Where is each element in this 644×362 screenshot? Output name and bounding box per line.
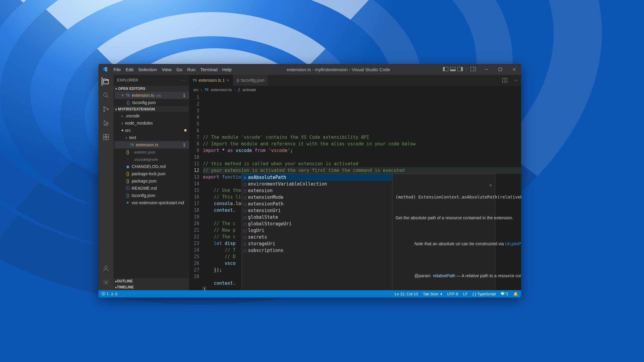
menu-view[interactable]: View bbox=[159, 67, 174, 72]
suggest-item[interactable]: ⬚secrets bbox=[242, 234, 392, 240]
tab-label: extension.ts 1 bbox=[199, 78, 225, 83]
suggest-item[interactable]: ◇asAbsolutePath bbox=[242, 174, 392, 181]
extensions-icon[interactable] bbox=[102, 133, 110, 141]
file-item[interactable]: ·.vscodeignore bbox=[115, 156, 189, 163]
menu-file[interactable]: File bbox=[111, 67, 123, 72]
close-icon[interactable]: × bbox=[226, 78, 229, 83]
toggle-primary-sidebar-icon[interactable] bbox=[443, 67, 448, 71]
section-project[interactable]: MYFIRSTEXTENSION bbox=[114, 106, 189, 112]
code-line[interactable]: import * as vscode from 'vscode'; bbox=[203, 147, 521, 154]
suggest-item[interactable]: ⬚storageUri bbox=[242, 240, 392, 247]
breadcrumb-symbol[interactable]: activate bbox=[242, 87, 256, 92]
file-type-icon: {} bbox=[125, 179, 130, 183]
chevron-right-icon: › bbox=[121, 121, 125, 125]
suggest-item[interactable]: ⬚extensionPath bbox=[242, 201, 392, 207]
source-control-icon[interactable] bbox=[102, 105, 110, 113]
section-timeline[interactable]: TIMELINE bbox=[114, 284, 189, 290]
file-type-icon: · bbox=[125, 157, 130, 162]
code-line[interactable]: // this method is called when your exten… bbox=[203, 160, 521, 167]
search-icon[interactable] bbox=[102, 91, 110, 100]
ts-file-icon: TS bbox=[193, 78, 197, 82]
menu-help[interactable]: Help bbox=[220, 67, 234, 72]
folder-item[interactable]: ›node_modules bbox=[115, 119, 189, 127]
file-item[interactable]: {}tsconfig.json bbox=[115, 192, 189, 199]
minimize-button[interactable] bbox=[479, 64, 493, 75]
status-notifications-icon[interactable]: 🔔 bbox=[513, 292, 518, 296]
toggle-secondary-sidebar-icon[interactable] bbox=[457, 67, 463, 71]
titlebar[interactable]: File Edit Selection View Go Run Terminal… bbox=[98, 64, 521, 75]
file-item[interactable]: ⓘREADME.md bbox=[115, 185, 189, 192]
status-eol[interactable]: LF bbox=[463, 292, 468, 296]
suggest-item[interactable]: ⬚globalStorageUri bbox=[242, 221, 392, 227]
status-errors[interactable]: ⓧ 1 bbox=[101, 291, 109, 297]
suggest-item[interactable]: ⬚extensionMode bbox=[242, 194, 392, 201]
problems-badge: 1 bbox=[183, 93, 187, 98]
code-line[interactable]: // Import the module and reference it wi… bbox=[203, 141, 521, 147]
suggest-item[interactable]: ⬚logUri bbox=[242, 227, 392, 234]
accounts-icon[interactable] bbox=[102, 264, 110, 273]
suggest-list[interactable]: ◇asAbsolutePath⬚environmentVariableColle… bbox=[242, 174, 392, 290]
status-encoding[interactable]: UTF-8 bbox=[447, 292, 458, 296]
status-feedback-icon[interactable]: �コ bbox=[501, 291, 508, 297]
tab-bar: TSextension.ts 1×{}tsconfig.json ··· bbox=[189, 75, 521, 86]
folder-item[interactable]: ›test bbox=[115, 134, 189, 141]
file-item[interactable]: {}package-lock.json bbox=[115, 170, 189, 177]
breadcrumb-file[interactable]: extension.ts bbox=[211, 87, 232, 92]
section-outline[interactable]: OUTLINE bbox=[114, 278, 189, 284]
file-item[interactable]: ◆CHANGELOG.md bbox=[115, 163, 189, 170]
suggest-label: extensionUri bbox=[248, 207, 280, 214]
code-line[interactable] bbox=[203, 154, 521, 160]
editor-more-icon[interactable]: ··· bbox=[510, 75, 521, 86]
menu-run[interactable]: Run bbox=[185, 67, 198, 72]
suggest-item[interactable]: ⬚extensionUri bbox=[242, 207, 392, 214]
folder-item[interactable]: ▾src bbox=[115, 127, 189, 134]
file-name: .vscode bbox=[125, 113, 139, 118]
menu-go[interactable]: Go bbox=[174, 67, 185, 72]
editor-tab[interactable]: TSextension.ts 1× bbox=[189, 75, 233, 86]
section-open-editors[interactable]: OPEN EDITORS bbox=[114, 86, 189, 92]
file-item[interactable]: {}.eslintrc.json bbox=[115, 148, 189, 156]
close-icon[interactable]: × bbox=[121, 93, 124, 98]
editor-tab[interactable]: {}tsconfig.json bbox=[233, 75, 268, 86]
status-warnings[interactable]: ⚠ 0 bbox=[111, 292, 117, 296]
code-editor[interactable]: 1234567891011121314151617181920212223242… bbox=[189, 94, 521, 290]
split-editor-icon[interactable] bbox=[499, 75, 510, 86]
close-icon[interactable]: × bbox=[489, 183, 492, 189]
status-cursor[interactable]: Ln 12, Col 13 bbox=[395, 292, 418, 296]
property-icon: ⬚ bbox=[244, 234, 246, 240]
suggest-item[interactable]: ⬚subscriptions bbox=[242, 247, 392, 254]
status-indent[interactable]: Tab Size: 4 bbox=[423, 292, 442, 296]
explorer-icon[interactable] bbox=[102, 77, 110, 86]
breadcrumbs[interactable]: src › TS extension.ts › ⨍ activate bbox=[189, 86, 521, 94]
code-lines[interactable]: ◇asAbsolutePath⬚environmentVariableColle… bbox=[203, 94, 521, 290]
menu-edit[interactable]: Edit bbox=[123, 67, 136, 72]
explorer-more-icon[interactable]: ··· bbox=[181, 78, 185, 82]
link-uri-joinpath[interactable]: Uri.joinPath bbox=[505, 241, 521, 246]
file-item[interactable]: TSextension.ts1 bbox=[115, 141, 189, 148]
close-button[interactable] bbox=[507, 64, 521, 75]
status-language[interactable]: { } TypeScript bbox=[473, 292, 496, 296]
suggest-label: globalState bbox=[248, 214, 278, 221]
intellisense-popup[interactable]: ◇asAbsolutePath⬚environmentVariableColle… bbox=[242, 174, 495, 290]
maximize-button[interactable] bbox=[493, 64, 507, 75]
suggest-item[interactable]: ⬚globalState bbox=[242, 214, 392, 221]
open-editor-item[interactable]: {}tsconfig.json bbox=[115, 99, 189, 106]
menu-selection[interactable]: Selection bbox=[136, 67, 159, 72]
folder-item[interactable]: ›.vscode bbox=[115, 112, 189, 119]
file-item[interactable]: ✦vsc-extension-quickstart.md bbox=[115, 199, 189, 206]
suggest-item[interactable]: ⬚environmentVariableCollection bbox=[242, 181, 392, 187]
property-icon: ⬚ bbox=[244, 194, 246, 201]
toggle-panel-icon[interactable] bbox=[450, 67, 456, 71]
settings-gear-icon[interactable] bbox=[102, 278, 110, 287]
open-editor-item[interactable]: ×TSextension.tssrc1 bbox=[115, 92, 189, 99]
breadcrumb-folder[interactable]: src bbox=[193, 87, 198, 92]
customize-layout-icon[interactable] bbox=[470, 67, 476, 71]
suggest-detail-panel: × (method) ExtensionContext.asAbsolutePa… bbox=[392, 174, 495, 290]
problems-badge: 1 bbox=[183, 142, 187, 147]
suggest-item[interactable]: ⬚extension bbox=[242, 187, 392, 194]
code-line[interactable]: // your extension is activated the very … bbox=[203, 167, 521, 174]
menu-terminal[interactable]: Terminal bbox=[198, 67, 220, 72]
run-debug-icon[interactable] bbox=[102, 119, 110, 127]
file-item[interactable]: {}package.json bbox=[115, 177, 189, 185]
code-line[interactable]: // The module 'vscode' contains the VS C… bbox=[203, 134, 521, 141]
